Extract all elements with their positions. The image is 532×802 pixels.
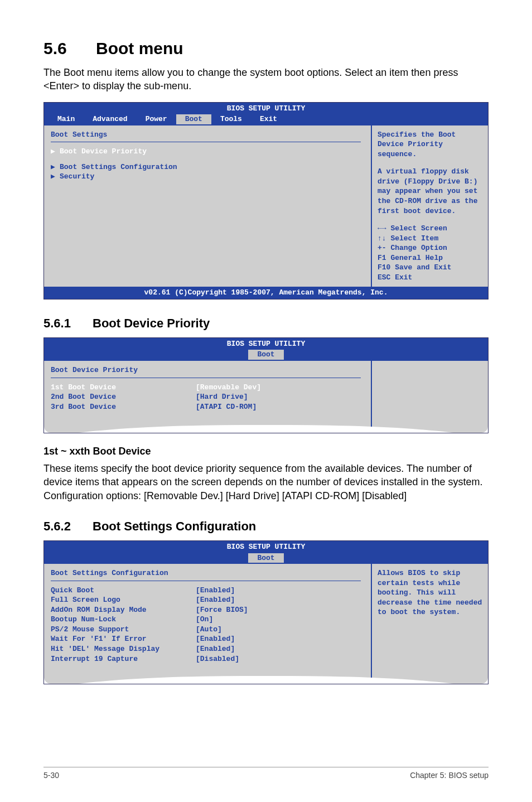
bios-tab-exit: Exit: [251, 114, 286, 124]
bios-tab-boot: Boot: [248, 553, 283, 563]
page-number: 5-30: [43, 771, 59, 780]
menu-item-value: [Auto]: [196, 625, 302, 635]
bios-help-pane: [371, 361, 488, 433]
divider: [51, 378, 361, 378]
menu-item-label: Wait For 'F1' If Error: [51, 634, 196, 644]
subsection-title: Boot Device Priority: [93, 316, 210, 330]
chapter-label: Chapter 5: BIOS setup: [410, 771, 489, 780]
bios-copyright: v02.61 (C)Copyright 1985-2007, American …: [44, 287, 488, 299]
menu-item-label: PS/2 Mouse Support: [51, 625, 196, 635]
bios-left-pane: Boot Device Priority 1st Boot Device [Re…: [44, 361, 371, 433]
page-footer: 5-30 Chapter 5: BIOS setup: [43, 767, 489, 780]
submenu-arrow-icon: ▶: [51, 172, 60, 182]
menu-item-label: 2nd Boot Device: [51, 392, 196, 402]
subsection-title: Boot Settings Configuration: [93, 519, 256, 533]
menu-item-label: Boot Settings Configuration: [60, 162, 364, 172]
menu-item-value: [Enabled]: [196, 634, 302, 644]
menu-item: Quick Boot[Enabled]: [51, 586, 364, 596]
menu-item: 2nd Boot Device [Hard Drive]: [51, 392, 364, 402]
bios-help-pane: Specifies the Boot Device Priority seque…: [371, 125, 488, 287]
section-title: Boot menu: [96, 39, 183, 57]
menu-item-label: Full Screen Logo: [51, 595, 196, 605]
nav-line: ESC Exit: [378, 273, 482, 283]
bios-tab-tools: Tools: [211, 114, 251, 124]
bios-group-title: Boot Device Priority: [51, 365, 364, 375]
menu-item-value: [Enabled]: [196, 644, 302, 654]
nav-line: ↑↓ Select Item: [378, 234, 482, 244]
subsection-number: 5.6.2: [43, 519, 93, 534]
menu-item-value: [Force BIOS]: [196, 605, 302, 615]
menu-item-value: [Enabled]: [196, 595, 302, 605]
bios-tab-bar: Main Advanced Power Boot Tools Exit: [44, 114, 488, 125]
menu-item-value: [ATAPI CD-ROM]: [196, 402, 302, 412]
bios-left-pane: Boot Settings Configuration Quick Boot[E…: [44, 564, 371, 684]
menu-item-label: 1st Boot Device: [51, 383, 196, 393]
menu-item: ▶ Boot Settings Configuration: [51, 162, 364, 172]
option-heading: 1st ~ xxth Boot Device: [43, 446, 489, 457]
bios-screenshot-main: BIOS SETUP UTILITY Main Advanced Power B…: [43, 102, 489, 299]
menu-item-label: Hit 'DEL' Message Display: [51, 644, 196, 654]
submenu-arrow-icon: ▶: [51, 147, 60, 157]
help-text-2: A virtual floppy disk drive (Floppy Driv…: [378, 167, 482, 216]
menu-item: 3rd Boot Device [ATAPI CD-ROM]: [51, 402, 364, 412]
menu-item-value: [Hard Drive]: [196, 392, 302, 402]
menu-item: ▶ Boot Device Priority: [51, 147, 364, 157]
intro-paragraph: The Boot menu items allow you to change …: [43, 66, 489, 93]
menu-item: ▶ Security: [51, 172, 364, 182]
bios-screenshot-boot-priority: BIOS SETUP UTILITY Boot Boot Device Prio…: [43, 337, 489, 433]
section-heading: 5.6Boot menu: [43, 39, 489, 58]
menu-item-value: [Removable Dev]: [196, 383, 302, 393]
submenu-arrow-icon: ▶: [51, 162, 60, 172]
footer-rule: [43, 767, 489, 767]
nav-line: +- Change Option: [378, 243, 482, 253]
menu-item: AddOn ROM Display Mode[Force BIOS]: [51, 605, 364, 615]
menu-item: Hit 'DEL' Message Display[Enabled]: [51, 644, 364, 654]
section-number: 5.6: [43, 39, 96, 58]
help-text-1: Specifies the Boot Device Priority seque…: [378, 130, 482, 160]
menu-item: PS/2 Mouse Support[Auto]: [51, 625, 364, 635]
bios-tab-power: Power: [137, 114, 176, 124]
bios-group-title: Boot Settings: [51, 130, 364, 140]
menu-item-label: Quick Boot: [51, 586, 196, 596]
menu-item-value: [On]: [196, 615, 302, 625]
bios-title: BIOS SETUP UTILITY: [44, 103, 488, 115]
subsection-number: 5.6.1: [43, 316, 93, 331]
nav-help: ←→ Select Screen ↑↓ Select Item +- Chang…: [378, 224, 482, 282]
bios-help-pane: Allows BIOS to skip certain tests while …: [371, 564, 488, 684]
bios-title: BIOS SETUP UTILITY: [44, 541, 488, 553]
subsection-heading: 5.6.2Boot Settings Configuration: [43, 519, 489, 534]
option-description: These items specify the boot device prio…: [43, 462, 489, 503]
bios-tab-bar: Boot: [44, 553, 488, 564]
menu-item-value: [Enabled]: [196, 586, 302, 596]
bios-tab-main: Main: [49, 114, 84, 124]
bios-group-title: Boot Settings Configuration: [51, 568, 364, 578]
menu-item-label: Security: [60, 172, 364, 182]
bios-tab-boot: Boot: [176, 114, 211, 124]
menu-item-label: Bootup Num-Lock: [51, 615, 196, 625]
menu-item: 1st Boot Device [Removable Dev]: [51, 383, 364, 393]
menu-item: Full Screen Logo[Enabled]: [51, 595, 364, 605]
bios-left-pane: Boot Settings ▶ Boot Device Priority ▶ B…: [44, 125, 371, 287]
divider: [51, 142, 361, 142]
menu-item: Wait For 'F1' If Error[Enabled]: [51, 634, 364, 644]
bios-screenshot-boot-settings: BIOS SETUP UTILITY Boot Boot Settings Co…: [43, 540, 489, 684]
help-text: Allows BIOS to skip certain tests while …: [378, 568, 482, 617]
menu-item-label: AddOn ROM Display Mode: [51, 605, 196, 615]
bios-tab-bar: Boot: [44, 350, 488, 361]
menu-item-value: [Disabled]: [196, 654, 302, 664]
bios-title: BIOS SETUP UTILITY: [44, 338, 488, 350]
divider: [51, 581, 361, 581]
menu-item: Interrupt 19 Capture[Disabled]: [51, 654, 364, 664]
bios-tab-advanced: Advanced: [84, 114, 136, 124]
menu-item-label: Boot Device Priority: [60, 147, 364, 157]
menu-item-label: 3rd Boot Device: [51, 402, 196, 412]
bios-tab-boot: Boot: [248, 350, 283, 360]
nav-line: F10 Save and Exit: [378, 263, 482, 273]
menu-item-label: Interrupt 19 Capture: [51, 654, 196, 664]
nav-line: F1 General Help: [378, 253, 482, 263]
subsection-heading: 5.6.1Boot Device Priority: [43, 316, 489, 331]
nav-line: ←→ Select Screen: [378, 224, 482, 234]
menu-item: Bootup Num-Lock[On]: [51, 615, 364, 625]
